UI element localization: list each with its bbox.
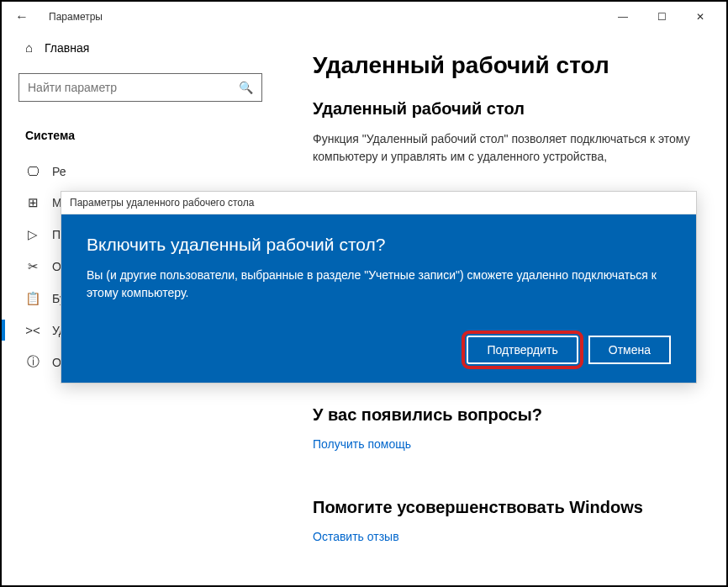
search-input[interactable] [28, 81, 239, 94]
titlebar: ← Параметры — ☐ ✕ [2, 2, 726, 32]
back-button[interactable]: ← [8, 3, 35, 30]
app-title: Параметры [49, 11, 103, 23]
feedback-link[interactable]: Оставить отзыв [313, 530, 399, 543]
dialog-body: Включить удаленный рабочий стол? Вы (и д… [61, 214, 696, 383]
dialog-title: Параметры удаленного рабочего стола [61, 192, 696, 214]
about-icon: ⓘ [25, 354, 40, 370]
back-icon: ← [15, 9, 29, 24]
close-icon: ✕ [696, 11, 704, 23]
sidebar-item-label: Ре [52, 165, 66, 178]
window-controls: — ☐ ✕ [604, 3, 720, 30]
help-section: У вас появились вопросы? Получить помощь [313, 405, 693, 471]
maximize-button[interactable]: ☐ [642, 3, 681, 30]
section-subtitle: Удаленный рабочий стол [313, 99, 693, 119]
confirm-button[interactable]: Подтвердить [467, 336, 578, 364]
search-box[interactable]: 🔍 [18, 73, 262, 102]
home-link[interactable]: ⌂ Главная [18, 32, 262, 63]
multitask-icon: ⊞ [25, 195, 40, 210]
get-help-link[interactable]: Получить помощь [313, 437, 411, 451]
section-header: Система [18, 122, 262, 149]
remote-desktop-icon: >< [25, 323, 40, 337]
questions-heading: У вас появились вопросы? [313, 405, 693, 425]
home-label: Главная [45, 41, 89, 55]
dialog-question: Включить удаленный рабочий стол? [87, 235, 671, 255]
confirm-dialog: Параметры удаленного рабочего стола Вклю… [61, 191, 697, 383]
minimize-icon: — [618, 11, 628, 23]
home-icon: ⌂ [25, 40, 33, 55]
sidebar-item-display[interactable]: 🖵 Ре [18, 156, 262, 187]
close-button[interactable]: ✕ [681, 3, 720, 30]
projecting-icon: ▷ [25, 227, 40, 242]
page-title: Удаленный рабочий стол [313, 52, 693, 79]
section-description: Функция "Удаленный рабочий стол" позволя… [313, 130, 693, 166]
improve-heading: Помогите усовершенствовать Windows [313, 498, 693, 517]
minimize-button[interactable]: — [604, 3, 642, 30]
search-icon: 🔍 [239, 81, 253, 94]
cancel-button[interactable]: Отмена [588, 336, 671, 364]
maximize-icon: ☐ [657, 11, 667, 23]
feedback-section: Помогите усовершенствовать Windows Остав… [313, 498, 693, 563]
shared-icon: ✂ [25, 259, 40, 274]
dialog-buttons: Подтвердить Отмена [87, 336, 671, 364]
dialog-message: Вы (и другие пользователи, выбранные в р… [87, 267, 671, 302]
clipboard-icon: 📋 [25, 291, 40, 306]
display-icon: 🖵 [25, 164, 40, 178]
